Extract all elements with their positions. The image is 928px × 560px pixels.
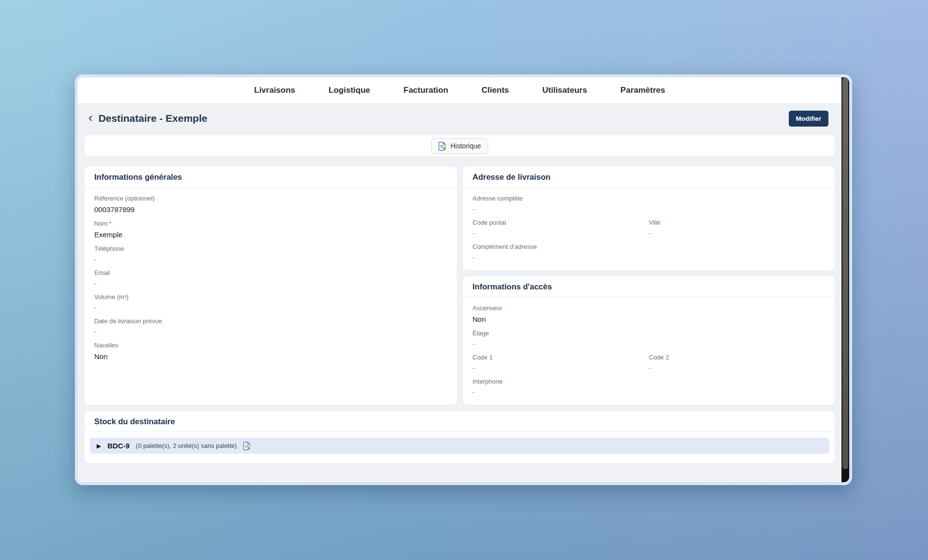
- field-email: Email -: [94, 269, 447, 287]
- field-value: -: [649, 364, 825, 372]
- nav-item-clients[interactable]: Clients: [481, 86, 509, 95]
- field-label: Code postal: [473, 219, 649, 226]
- field-value: -: [473, 364, 649, 372]
- back-icon[interactable]: ‹: [88, 111, 93, 124]
- app-window-inner: Livraisons Logistique Facturation Client…: [78, 77, 849, 482]
- nav-item-utilisateurs[interactable]: Utilisateurs: [542, 86, 587, 95]
- field-value: -: [473, 388, 826, 396]
- field-etage: Étage -: [473, 330, 826, 347]
- field-label: Complément d'adresse: [473, 243, 826, 250]
- file-history-icon: [438, 142, 447, 151]
- field-value: Non: [473, 315, 826, 323]
- field-code-1: Code 1 -: [473, 354, 649, 372]
- field-label: Code 1: [473, 354, 649, 361]
- field-value: -: [649, 230, 825, 237]
- history-button-label: Historique: [450, 142, 481, 150]
- field-label: Email: [94, 269, 447, 276]
- field-nacelles: Nacelles Non: [94, 342, 447, 360]
- field-label: Interphone: [473, 378, 826, 385]
- stock-row-summary: (0 palette(s), 2 unité(s) sans palette): [136, 442, 237, 449]
- field-value: -: [473, 205, 826, 213]
- field-value: -: [94, 280, 447, 287]
- field-value: -: [473, 230, 649, 237]
- delivery-address-title: Adresse de livraison: [463, 167, 835, 187]
- stock-row-bdc9[interactable]: ▶ BDC-9 (0 palette(s), 2 unité(s) sans p…: [90, 438, 829, 454]
- field-value: -: [94, 304, 447, 311]
- stock-row-code: BDC-9: [107, 442, 130, 450]
- cards-row: Informations générales Référence (option…: [85, 167, 835, 405]
- field-label: Nacelles: [94, 342, 447, 349]
- access-info-body: Ascenseur Non Étage - Code 1: [463, 297, 835, 405]
- page-header: ‹ Destinataire - Exemple Modifier: [78, 104, 841, 133]
- field-code-postal: Code postal -: [473, 219, 649, 237]
- field-label: Nom*: [94, 220, 447, 227]
- field-label: Ascenseur: [473, 304, 826, 312]
- app-window: Livraisons Logistique Facturation Client…: [75, 74, 852, 485]
- stock-document-icon[interactable]: [243, 442, 251, 450]
- delivery-address-body: Adresse complète - Code postal -: [463, 187, 835, 270]
- expand-triangle-icon[interactable]: ▶: [97, 443, 101, 449]
- field-label: Référence (optionnel): [94, 195, 447, 202]
- field-value: Exemple: [94, 230, 447, 239]
- field-value: -: [473, 340, 826, 347]
- field-label: Étage: [473, 330, 826, 337]
- field-value: -: [473, 254, 826, 261]
- nav-item-facturation[interactable]: Facturation: [404, 86, 449, 95]
- field-date-livraison: Date de livraison prévue -: [94, 317, 447, 335]
- page-title: Destinataire - Exemple: [99, 113, 207, 124]
- top-navbar: Livraisons Logistique Facturation Client…: [78, 77, 841, 104]
- general-info-title: Informations générales: [85, 167, 457, 187]
- field-value: 0003787899: [94, 205, 447, 214]
- delivery-address-card: Adresse de livraison Adresse complète - …: [463, 167, 835, 270]
- field-label: Code 2: [649, 354, 825, 361]
- field-value: Non: [94, 352, 447, 360]
- field-interphone: Interphone -: [473, 378, 826, 396]
- stock-card-title: Stock du destinataire: [85, 411, 835, 432]
- field-ville: Ville -: [649, 219, 825, 237]
- app-content: Livraisons Logistique Facturation Client…: [78, 77, 841, 482]
- right-column: Adresse de livraison Adresse complète - …: [463, 167, 835, 405]
- field-code-2: Code 2 -: [649, 354, 825, 372]
- general-info-body: Référence (optionnel) 0003787899 Nom* Ex…: [85, 187, 457, 370]
- history-button[interactable]: Historique: [431, 138, 488, 154]
- modify-button[interactable]: Modifier: [789, 111, 829, 127]
- general-info-card: Informations générales Référence (option…: [85, 167, 457, 405]
- field-label: Volume (m³): [94, 293, 447, 301]
- field-nom: Nom* Exemple: [94, 220, 447, 239]
- page-content: Historique Informations générales Référe…: [78, 133, 841, 463]
- stock-card-body: ▶ BDC-9 (0 palette(s), 2 unité(s) sans p…: [85, 432, 835, 463]
- access-info-card: Informations d'accès Ascenseur Non Étage…: [463, 276, 835, 405]
- field-volume: Volume (m³) -: [94, 293, 447, 311]
- stock-card: Stock du destinataire ▶ BDC-9 (0 palette…: [85, 411, 835, 463]
- required-asterisk: *: [109, 220, 111, 227]
- history-strip: Historique: [85, 135, 835, 157]
- nav-item-livraisons[interactable]: Livraisons: [254, 86, 295, 95]
- field-pair-postal-ville: Code postal - Ville -: [473, 219, 826, 243]
- field-value: -: [94, 256, 447, 263]
- left-column: Informations générales Référence (option…: [85, 167, 457, 405]
- field-label: Ville: [649, 219, 825, 226]
- nav-item-parametres[interactable]: Paramètres: [621, 86, 666, 95]
- vertical-scrollbar[interactable]: [841, 77, 849, 482]
- field-pair-codes: Code 1 - Code 2 -: [473, 354, 826, 378]
- field-complement-adresse: Complément d'adresse -: [473, 243, 826, 261]
- field-telephone: Téléphone -: [94, 245, 447, 263]
- field-label: Adresse complète: [473, 195, 826, 202]
- field-reference: Référence (optionnel) 0003787899: [94, 195, 447, 214]
- scrollbar-thumb[interactable]: [842, 77, 848, 469]
- field-value: -: [94, 328, 447, 335]
- field-ascenseur: Ascenseur Non: [473, 304, 826, 323]
- nav-item-logistique[interactable]: Logistique: [329, 86, 370, 95]
- field-adresse-complete: Adresse complète -: [473, 195, 826, 213]
- field-label: Date de livraison prévue: [94, 317, 447, 325]
- field-label: Téléphone: [94, 245, 447, 252]
- access-info-title: Informations d'accès: [463, 276, 835, 297]
